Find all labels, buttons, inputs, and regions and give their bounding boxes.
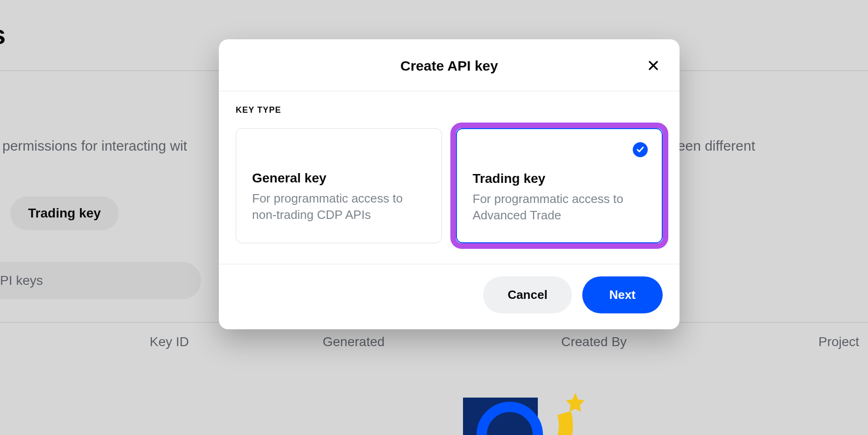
trading-key-option[interactable]: Trading key For programmatic access to A… — [456, 128, 663, 243]
option-description: For programmatic access to Advanced Trad… — [473, 191, 646, 224]
selected-check-icon — [633, 142, 648, 157]
key-type-label: KEY TYPE — [236, 105, 663, 115]
modal-footer: Cancel Next — [219, 264, 680, 329]
key-type-options: General key For programmatic access to n… — [236, 128, 663, 243]
create-api-key-modal: Create API key KEY TYPE General key For … — [219, 39, 680, 329]
cancel-button[interactable]: Cancel — [483, 276, 571, 313]
column-header-generated: Generated — [323, 334, 384, 349]
option-title: Trading key — [473, 171, 646, 186]
search-api-keys-input[interactable]: PI keys — [0, 262, 201, 299]
general-key-option[interactable]: General key For programmatic access to n… — [236, 128, 442, 243]
column-header-project: Project — [818, 334, 859, 349]
option-description: For programmatic access to non-trading C… — [252, 190, 426, 223]
close-button[interactable] — [646, 58, 661, 73]
close-icon — [648, 60, 659, 71]
next-button[interactable]: Next — [582, 276, 663, 313]
trading-key-pill[interactable]: Trading key — [10, 196, 119, 230]
description-fragment-left: ific permissions for interacting wit — [0, 138, 187, 153]
description-fragment-right: ween different — [667, 138, 755, 153]
column-header-key-id: Key ID — [150, 334, 189, 349]
modal-body: KEY TYPE General key For programmatic ac… — [219, 91, 680, 264]
decorative-logo — [444, 388, 603, 435]
option-title: General key — [252, 171, 426, 186]
modal-header: Create API key — [219, 39, 680, 91]
page-title-fragment: s — [0, 19, 6, 50]
modal-title: Create API key — [219, 58, 680, 74]
column-header-created-by: Created By — [561, 334, 627, 349]
